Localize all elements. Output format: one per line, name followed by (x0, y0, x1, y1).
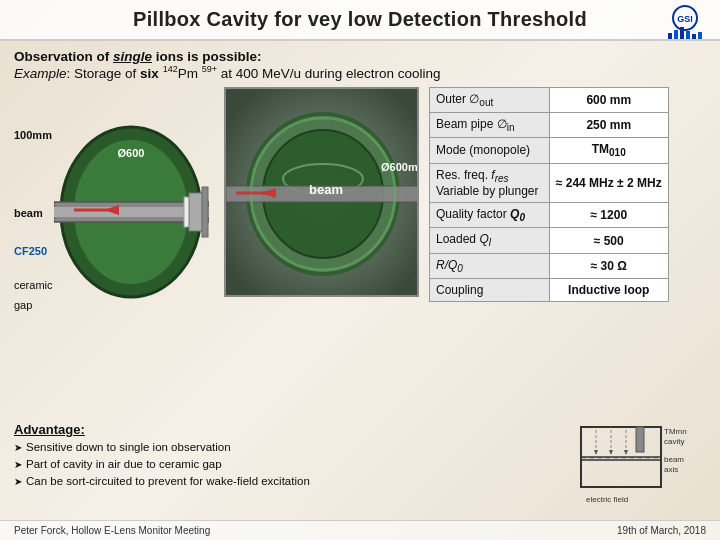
svg-rect-32 (636, 427, 644, 452)
label-ceramic: ceramic (14, 279, 53, 291)
svg-rect-2 (668, 33, 672, 39)
table-param: R/Q0 (430, 253, 550, 278)
table-value: ≈ 244 MHz ± 2 MHz (549, 163, 669, 202)
table-row: Loaded Ql≈ 500 (430, 228, 669, 253)
label-100mm: 100mm (14, 129, 52, 141)
svg-text:GSI: GSI (677, 14, 693, 24)
bottom-section: Advantage: Sensitive down to single ion … (14, 422, 706, 516)
observation-block: Observation of single ions is possible: … (14, 49, 706, 81)
label-beam: beam (14, 207, 43, 219)
label-gap: gap (14, 299, 32, 311)
svg-rect-3 (674, 30, 678, 39)
table-row: Mode (monopole)TM010 (430, 138, 669, 163)
cavity-photo: beam Ø600mm (224, 87, 419, 297)
cavity-photo-container: beam Ø600mm (224, 87, 419, 417)
table-value: Inductive loop (549, 279, 669, 302)
cavity-diagram-container: 100mm beam CF250 ceramic gap Ø600 (14, 87, 214, 417)
table-param: Loaded Ql (430, 228, 550, 253)
table-row: R/Q0≈ 30 Ω (430, 253, 669, 278)
svg-rect-6 (692, 34, 696, 39)
table-value: TM010 (549, 138, 669, 163)
table-param: Outer ∅out (430, 87, 550, 112)
table-row: Outer ∅out600 mm (430, 87, 669, 112)
svg-text:beam: beam (309, 182, 343, 197)
svg-text:Ø600: Ø600 (118, 147, 145, 159)
table-value: ≈ 1200 (549, 203, 669, 228)
table-row: Res. freq. fresVariable by plunger≈ 244 … (430, 163, 669, 202)
label-cf250: CF250 (14, 245, 47, 257)
table-param: Coupling (430, 279, 550, 302)
advantage-block: Advantage: Sensitive down to single ion … (14, 422, 566, 516)
advantage-item: Sensitive down to single ion observation (14, 440, 566, 455)
footer: Peter Forck, Hollow E-Lens Monitor Meeti… (0, 520, 720, 540)
svg-rect-17 (202, 187, 208, 237)
svg-rect-5 (686, 31, 690, 39)
tm-diagram-container: TMmn cavity beam axis electric field (576, 422, 706, 516)
table-param: Quality factor Q0 (430, 203, 550, 228)
header: Pillbox Cavity for vey low Detection Thr… (0, 0, 720, 41)
svg-text:electric field: electric field (586, 495, 628, 504)
table-value: 250 mm (549, 112, 669, 137)
table-param: Res. freq. fresVariable by plunger (430, 163, 550, 202)
table-value: ≈ 30 Ω (549, 253, 669, 278)
advantage-item: Can be sort-circuited to prevent for wak… (14, 474, 566, 489)
table-row: Beam pipe ∅in250 mm (430, 112, 669, 137)
svg-marker-42 (594, 450, 598, 455)
table-value: 600 mm (549, 87, 669, 112)
data-table-container: Outer ∅out600 mmBeam pipe ∅in250 mmMode … (429, 87, 669, 417)
footer-left: Peter Forck, Hollow E-Lens Monitor Meeti… (14, 525, 210, 536)
table-param: Mode (monopole) (430, 138, 550, 163)
tm-diagram-svg: TMmn cavity beam axis electric field (576, 422, 706, 512)
cavity-svg: Ø600 (54, 97, 209, 327)
table-row: CouplingInductive loop (430, 279, 669, 302)
main-content: Observation of single ions is possible: … (0, 41, 720, 520)
specs-table: Outer ∅out600 mmBeam pipe ∅in250 mmMode … (429, 87, 669, 303)
svg-text:Ø600mm: Ø600mm (381, 161, 419, 173)
advantage-title: Advantage: (14, 422, 566, 437)
observation-line2: Example: Storage of six 142Pm 59+ at 400… (14, 64, 706, 81)
table-value: ≈ 500 (549, 228, 669, 253)
table-param: Beam pipe ∅in (430, 112, 550, 137)
svg-rect-7 (698, 32, 702, 39)
advantage-list: Sensitive down to single ion observation… (14, 440, 566, 489)
gsi-logo: GSI (664, 5, 706, 45)
svg-marker-43 (609, 450, 613, 455)
footer-right: 19th of March, 2018 (617, 525, 706, 536)
svg-text:axis: axis (664, 465, 678, 474)
table-row: Quality factor Q0≈ 1200 (430, 203, 669, 228)
middle-section: 100mm beam CF250 ceramic gap Ø600 (14, 87, 706, 417)
svg-rect-4 (680, 27, 684, 39)
observation-line1: Observation of single ions is possible: (14, 49, 706, 64)
main-wrapper: Pillbox Cavity for vey low Detection Thr… (0, 0, 720, 540)
page-title: Pillbox Cavity for vey low Detection Thr… (133, 8, 587, 31)
svg-text:TMmn: TMmn (664, 427, 687, 436)
svg-text:beam: beam (664, 455, 684, 464)
svg-marker-44 (624, 450, 628, 455)
svg-text:cavity: cavity (664, 437, 684, 446)
advantage-item: Part of cavity in air due to ceramic gap (14, 457, 566, 472)
